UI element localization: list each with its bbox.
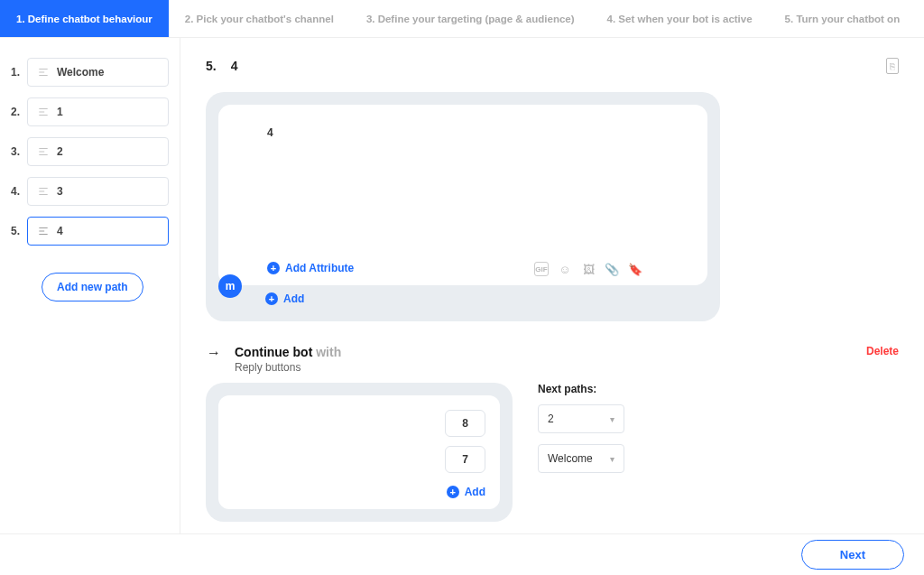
flow-icon bbox=[37, 185, 50, 198]
flow-icon bbox=[37, 66, 50, 79]
path-card-welcome[interactable]: Welcome bbox=[27, 58, 169, 87]
gif-icon[interactable]: GIF bbox=[534, 262, 549, 276]
step-4[interactable]: 4. Set when your bot is active bbox=[591, 0, 769, 37]
path-card-4[interactable]: 4 bbox=[27, 217, 169, 246]
next-paths-label: Next paths: bbox=[538, 383, 637, 395]
arrow-right-icon: → bbox=[206, 345, 222, 361]
step-2[interactable]: 2. Pick your chatbot's channel bbox=[169, 0, 350, 37]
path-number: 4. bbox=[11, 185, 27, 198]
step-3[interactable]: 3. Define your targeting (page & audienc… bbox=[350, 0, 591, 37]
flow-icon bbox=[37, 106, 50, 118]
message-editor[interactable]: 4 + Add Attribute GIF ☺ 🖼 📎 🔖 bbox=[218, 105, 707, 285]
next-path-value: Welcome bbox=[548, 452, 593, 465]
path-item: 2. 1 bbox=[11, 97, 169, 126]
path-number: 5. bbox=[11, 225, 27, 237]
next-button[interactable]: Next bbox=[801, 540, 904, 570]
editor-panel: 5. 4 ⎘ 4 + Add Attribute GIF ☺ 🖼 📎 🔖 bbox=[180, 38, 924, 533]
continue-bot-header: → Continue bot with Reply buttons Delete bbox=[206, 345, 899, 374]
path-label: Welcome bbox=[57, 66, 104, 79]
duplicate-icon[interactable]: ⎘ bbox=[886, 58, 899, 74]
message-toolbar: GIF ☺ 🖼 📎 🔖 bbox=[534, 262, 642, 276]
plus-icon: + bbox=[447, 486, 459, 498]
wizard-stepper: 1. Define chatbot behaviour 2. Pick your… bbox=[0, 0, 924, 38]
path-item: 1. Welcome bbox=[11, 58, 169, 87]
chevron-down-icon: ▾ bbox=[610, 414, 614, 424]
reply-buttons-card: 8 7 + Add bbox=[206, 383, 513, 522]
continue-subtitle: Reply buttons bbox=[235, 361, 341, 374]
plus-icon: + bbox=[265, 292, 278, 305]
message-block: 4 + Add Attribute GIF ☺ 🖼 📎 🔖 m + Add bbox=[206, 92, 720, 321]
bot-avatar: m bbox=[218, 274, 242, 298]
path-header-name: 4 bbox=[231, 59, 238, 73]
path-header: 5. 4 ⎘ bbox=[206, 58, 899, 74]
emoji-icon[interactable]: ☺ bbox=[558, 262, 572, 276]
path-label: 3 bbox=[57, 185, 63, 198]
path-item: 3. 2 bbox=[11, 137, 169, 166]
next-path-value: 2 bbox=[548, 413, 554, 425]
path-card-2[interactable]: 2 bbox=[27, 137, 169, 166]
add-message-button[interactable]: + Add bbox=[265, 292, 707, 305]
flow-icon bbox=[37, 145, 50, 158]
path-label: 1 bbox=[57, 106, 63, 118]
next-paths-column: Next paths: 2 ▾ Welcome ▾ bbox=[538, 383, 637, 484]
path-label: 4 bbox=[57, 225, 63, 237]
attachment-icon[interactable]: 📎 bbox=[605, 262, 619, 276]
path-card-1[interactable]: 1 bbox=[27, 97, 169, 126]
image-icon[interactable]: 🖼 bbox=[581, 262, 596, 276]
next-path-select-1[interactable]: 2 ▾ bbox=[538, 404, 624, 433]
reply-button-1[interactable]: 8 bbox=[445, 410, 485, 437]
paths-sidebar: 1. Welcome 2. 1 3. 2 bbox=[0, 38, 180, 533]
step-1[interactable]: 1. Define chatbot behaviour bbox=[0, 0, 169, 37]
add-attribute-label: Add Attribute bbox=[285, 262, 354, 274]
path-number: 1. bbox=[11, 66, 27, 79]
path-header-number: 5. bbox=[206, 59, 217, 73]
reply-button-2[interactable]: 7 bbox=[445, 446, 485, 473]
path-card-3[interactable]: 3 bbox=[27, 177, 169, 206]
add-reply-button[interactable]: + Add bbox=[447, 486, 485, 498]
flow-icon bbox=[37, 225, 50, 237]
plus-icon: + bbox=[267, 262, 280, 274]
next-path-select-2[interactable]: Welcome ▾ bbox=[538, 444, 624, 473]
wizard-footer: Next bbox=[0, 533, 924, 575]
continue-title: Continue bot bbox=[235, 345, 312, 359]
bookmark-icon[interactable]: 🔖 bbox=[628, 262, 642, 276]
add-new-path-button[interactable]: Add new path bbox=[42, 273, 143, 301]
delete-button[interactable]: Delete bbox=[866, 345, 899, 357]
add-reply-label: Add bbox=[465, 486, 485, 498]
step-5[interactable]: 5. Turn your chatbot on bbox=[769, 0, 917, 37]
continue-with-label: with bbox=[316, 345, 341, 359]
add-message-label: Add bbox=[283, 292, 304, 305]
add-attribute-button[interactable]: + Add Attribute bbox=[267, 262, 354, 274]
path-item: 5. 4 bbox=[11, 217, 169, 246]
message-text[interactable]: 4 bbox=[267, 126, 686, 139]
path-number: 2. bbox=[11, 106, 27, 118]
path-item: 4. 3 bbox=[11, 177, 169, 206]
path-number: 3. bbox=[11, 145, 27, 158]
path-label: 2 bbox=[57, 145, 63, 158]
chevron-down-icon: ▾ bbox=[610, 454, 614, 464]
reply-buttons-area: 8 7 + Add Next paths: 2 ▾ Welcome ▾ bbox=[206, 383, 899, 522]
